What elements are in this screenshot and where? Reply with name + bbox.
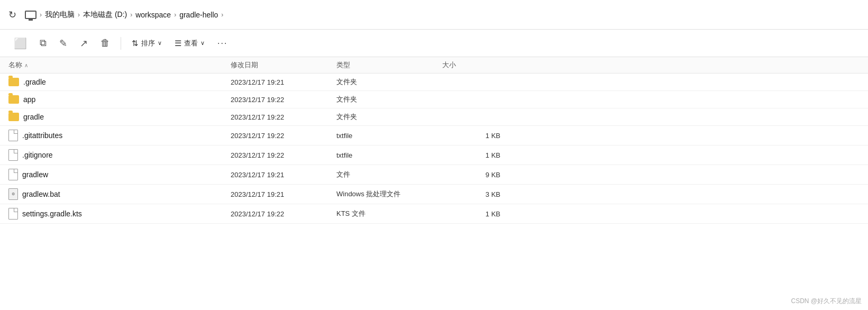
folder-icon <box>8 78 19 86</box>
rename-button[interactable]: ✎ <box>54 34 72 52</box>
address-bar: ↻ › 我的电脑 › 本地磁盘 (D:) › workspace › gradl… <box>0 0 868 30</box>
breadcrumb-drive[interactable]: 本地磁盘 (D:) <box>83 10 127 20</box>
file-date: 2023/12/17 19:21 <box>231 190 336 198</box>
col-type-header[interactable]: 类型 <box>336 60 442 70</box>
file-type: 文件夹 <box>336 112 442 122</box>
file-date: 2023/12/17 19:22 <box>231 96 336 104</box>
folder-icon <box>8 113 19 121</box>
table-row[interactable]: gradlew 2023/12/17 19:21 文件 9 KB <box>0 165 868 185</box>
file-date: 2023/12/17 19:22 <box>231 151 336 159</box>
file-type: 文件夹 <box>336 95 442 104</box>
file-name-cell: app <box>8 95 231 104</box>
col-name-header[interactable]: 名称 ∧ <box>8 60 231 70</box>
file-name: gradlew <box>22 170 48 179</box>
file-size: 1 KB <box>442 151 522 159</box>
toolbar-separator <box>121 37 121 50</box>
more-button[interactable]: ··· <box>212 35 233 51</box>
file-type: Windows 批处理文件 <box>336 189 442 199</box>
file-name: .gitattributes <box>22 131 62 140</box>
sep3: › <box>130 11 132 19</box>
copy-button[interactable]: ⧉ <box>34 34 52 52</box>
sort-label: 排序 <box>141 39 155 48</box>
file-name: settings.gradle.kts <box>22 209 82 218</box>
file-name-cell: settings.gradle.kts <box>8 208 231 220</box>
file-name-cell: ⚙ gradlew.bat <box>8 188 231 200</box>
computer-icon <box>25 11 36 19</box>
sep4: › <box>174 11 176 19</box>
file-icon <box>8 169 18 180</box>
refresh-icon[interactable]: ↻ <box>8 9 16 21</box>
col-size-header[interactable]: 大小 <box>442 60 522 70</box>
file-type: txtfile <box>336 151 442 159</box>
file-date: 2023/12/17 19:22 <box>231 132 336 140</box>
file-size: 1 KB <box>442 210 522 218</box>
table-row[interactable]: .gitattributes 2023/12/17 19:22 txtfile … <box>0 126 868 145</box>
sort-arrow-icon: ∧ <box>24 62 28 68</box>
sort-button[interactable]: ⇅ 排序 ∨ <box>126 35 167 51</box>
file-name: gradlew.bat <box>22 190 60 198</box>
file-name: app <box>23 95 35 104</box>
file-name-cell: .gradle <box>8 78 231 86</box>
breadcrumb-gradle-hello[interactable]: gradle-hello <box>179 11 218 19</box>
file-rows-container: .gradle 2023/12/17 19:21 文件夹 app 2023/12… <box>0 74 868 224</box>
file-type: KTS 文件 <box>336 209 442 218</box>
table-row[interactable]: gradle 2023/12/17 19:22 文件夹 <box>0 108 868 126</box>
table-row[interactable]: app 2023/12/17 19:22 文件夹 <box>0 91 868 108</box>
file-name-cell: .gitignore <box>8 149 231 161</box>
file-size: 3 KB <box>442 190 522 198</box>
file-type: 文件 <box>336 170 442 179</box>
table-row[interactable]: .gitignore 2023/12/17 19:22 txtfile 1 KB <box>0 145 868 165</box>
file-type: 文件夹 <box>336 77 442 87</box>
file-name-cell: .gitattributes <box>8 130 231 141</box>
file-name-cell: gradlew <box>8 169 231 180</box>
sep1: › <box>40 11 42 19</box>
file-icon <box>8 149 18 161</box>
file-size: 1 KB <box>442 132 522 140</box>
table-row[interactable]: ⚙ gradlew.bat 2023/12/17 19:21 Windows 批… <box>0 185 868 204</box>
file-date: 2023/12/17 19:22 <box>231 210 336 218</box>
delete-button[interactable]: 🗑 <box>95 34 115 52</box>
sep5: › <box>221 11 223 19</box>
view-button[interactable]: ☰ 查看 ∨ <box>169 35 210 51</box>
toolbar: ⬜ ⧉ ✎ ↗ 🗑 ⇅ 排序 ∨ ☰ 查看 ∨ ··· <box>0 30 868 57</box>
file-size: 9 KB <box>442 171 522 179</box>
file-name: .gradle <box>23 78 46 86</box>
breadcrumb-mycomputer[interactable]: 我的电脑 <box>45 10 75 20</box>
folder-icon <box>8 95 19 104</box>
col-date-header[interactable]: 修改日期 <box>231 60 336 70</box>
view-label: 查看 <box>184 39 198 48</box>
breadcrumb-workspace[interactable]: workspace <box>135 11 171 19</box>
breadcrumb-computer <box>25 11 36 19</box>
table-row[interactable]: .gradle 2023/12/17 19:21 文件夹 <box>0 74 868 91</box>
share-button[interactable]: ↗ <box>75 34 93 52</box>
file-date: 2023/12/17 19:21 <box>231 171 336 179</box>
bat-icon: ⚙ <box>8 188 18 200</box>
file-icon <box>8 208 18 220</box>
file-name: gradle <box>23 113 44 121</box>
file-name: .gitignore <box>22 151 53 159</box>
table-row[interactable]: settings.gradle.kts 2023/12/17 19:22 KTS… <box>0 204 868 224</box>
sep2: › <box>78 11 80 19</box>
file-name-cell: gradle <box>8 113 231 121</box>
new-button[interactable]: ⬜ <box>8 34 32 53</box>
file-date: 2023/12/17 19:22 <box>231 113 336 121</box>
file-list: 名称 ∧ 修改日期 类型 大小 .gradle 2023/12/17 19:21… <box>0 57 868 224</box>
file-list-header: 名称 ∧ 修改日期 类型 大小 <box>0 57 868 74</box>
watermark: CSDN @好久不见的流星 <box>791 297 862 306</box>
file-type: txtfile <box>336 132 442 140</box>
file-icon <box>8 130 18 141</box>
file-date: 2023/12/17 19:21 <box>231 78 336 86</box>
